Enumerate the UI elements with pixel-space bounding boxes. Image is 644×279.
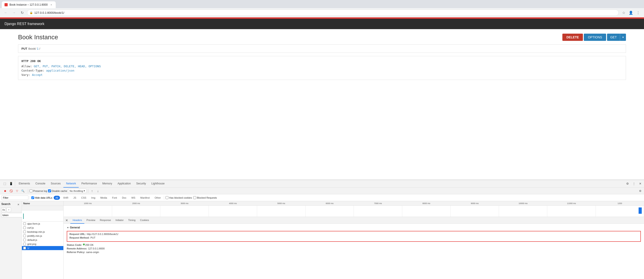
put-url-id: 1 <box>37 47 38 50</box>
profile-button[interactable]: 👤 <box>628 10 634 16</box>
tab-title: Book Instance – 127.0.0.1:8000 <box>10 3 48 6</box>
browser-tab[interactable]: Book Instance – 127.0.0.1:8000 × <box>2 1 56 8</box>
drf-navbar: Django REST framework <box>0 19 644 29</box>
browser-chrome: Book Instance – 127.0.0.1:8000 × ← → ↻ 🔒… <box>0 0 644 17</box>
options-button[interactable]: OPTIONS <box>584 34 606 41</box>
page-title: Book Instance <box>18 34 58 41</box>
reload-button[interactable]: ↻ <box>19 10 25 16</box>
bookmark-button[interactable]: ☆ <box>620 10 627 16</box>
header-buttons: DELETE OPTIONS GET ▾ <box>562 34 626 41</box>
back-button[interactable]: ← <box>3 10 9 16</box>
response-box: HTTP 200 OK Allow: GET, PUT, PATCH, DELE… <box>18 56 626 80</box>
forward-button[interactable]: → <box>11 10 17 16</box>
tab-favicon <box>4 3 8 6</box>
allow-label: Allow: <box>22 65 32 68</box>
address-bar: ← → ↻ 🔒 127.0.0.1:8000/book/1/ ☆ 👤 ⋮ <box>0 8 644 17</box>
browser-right-icons: ☆ 👤 ⋮ <box>620 10 641 16</box>
get-button-group: GET ▾ <box>607 34 626 41</box>
brand-name: Django REST framework <box>4 22 44 26</box>
put-method: PUT <box>22 47 27 50</box>
vary-val: Accept <box>32 73 42 77</box>
content-type-row: Content-Type: application/json <box>22 69 622 72</box>
get-button[interactable]: GET <box>607 34 620 41</box>
lock-icon: 🔒 <box>30 11 33 14</box>
put-url-suffix: / <box>40 47 40 50</box>
content-type-val: application/json <box>46 69 74 72</box>
response-status: HTTP 200 OK <box>22 59 622 63</box>
page-header: Book Instance DELETE OPTIONS GET ▾ <box>18 34 626 41</box>
url-bar[interactable]: 🔒 127.0.0.1:8000/book/1/ <box>27 10 619 16</box>
allow-val: GET, PUT, PATCH, DELETE, HEAD, OPTIONS <box>34 65 101 68</box>
get-dropdown-button[interactable]: ▾ <box>620 34 626 41</box>
put-url-path: /book/ <box>28 47 36 50</box>
vary-row: Vary: Accept <box>22 73 622 77</box>
url-text: 127.0.0.1:8000/book/1/ <box>34 11 64 15</box>
tab-bar: Book Instance – 127.0.0.1:8000 × <box>0 0 644 8</box>
content-type-label: Content-Type: <box>22 69 44 72</box>
allow-row: Allow: GET, PUT, PATCH, DELETE, HEAD, OP… <box>22 65 622 68</box>
tab-close-button[interactable]: × <box>50 3 53 7</box>
main-content: Book Instance DELETE OPTIONS GET ▾ PUT /… <box>0 29 644 84</box>
menu-button[interactable]: ⋮ <box>635 10 641 16</box>
put-url-box: PUT /book/ 1 / <box>18 45 626 53</box>
delete-button[interactable]: DELETE <box>562 34 583 41</box>
vary-label: Vary: <box>22 73 30 77</box>
